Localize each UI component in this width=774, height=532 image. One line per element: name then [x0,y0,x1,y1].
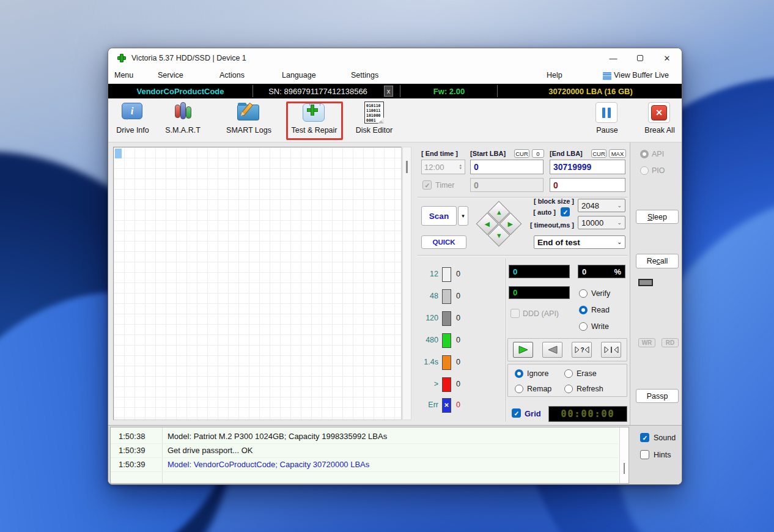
play-backward-button[interactable] [542,342,562,358]
break-all-button[interactable]: ✕ Break All [635,101,682,135]
defect-action-panel: Ignore Erase Remap Refresh [507,364,627,397]
app-icon [117,53,127,63]
view-buffer-icon [603,72,611,80]
seek-question-button[interactable]: ? [572,342,592,358]
log-row: 1:50:39 Model: VendorCoProductCode; Capa… [111,458,618,472]
passp-button[interactable]: Passp [636,389,679,403]
hints-checkbox[interactable] [640,450,649,459]
speed-block [442,333,451,348]
menu-item-settings[interactable]: Settings [351,71,378,79]
folder-pencil-icon [236,101,262,124]
scan-dropdown-button[interactable]: ▼ [458,206,468,226]
scan-button[interactable]: Scan [421,206,457,226]
seek-edge-icon [603,345,619,354]
write-label: Write [591,322,609,331]
chevron-down-icon: ⌄ [617,239,622,245]
start-lba-zero-button[interactable]: 0 [532,149,544,158]
window-title: Victoria 5.37 HDD/SSD | Device 1 [131,54,246,62]
speed-block [442,289,451,304]
log-scrollbar[interactable] [619,427,628,483]
timeout-combo[interactable]: 10000⌄ [578,216,625,229]
info-icon: i [122,103,142,119]
pause-icon [595,102,617,123]
log-box[interactable]: 1:50:38 Model: Patriot M.2 P300 1024GB; … [110,427,629,484]
disk-editor-button[interactable]: 010110 110011 101000 0001 Disk Editor [350,101,399,135]
close-button[interactable]: ✕ [654,48,680,68]
minimize-button[interactable]: — [600,48,627,68]
end-lba-max-button[interactable]: MAX [609,149,626,158]
thermometer-bars-icon [170,101,196,124]
ddd-api-checkbox[interactable] [510,309,520,318]
seek-edge-button[interactable] [601,342,621,358]
maximize-button[interactable] [627,48,654,68]
scanned-block [115,149,122,158]
toolbar: i Drive Info S.M.A.R.T SMART Logs [108,98,682,142]
end-lba-label: [End LBA] [550,150,583,157]
percent-display: 0% [578,265,625,278]
start-lba-input[interactable]: 0 [470,160,544,174]
auto-checkbox[interactable] [561,207,570,216]
menu-item-view-buffer-live[interactable]: View Buffer Live [614,71,669,79]
menu-bar: Menu Service Actions Language Settings H… [108,68,682,84]
elapsed-time-display: 00:00:00 [548,406,627,422]
menu-item-service[interactable]: Service [158,71,183,79]
remap-radio[interactable] [515,385,523,393]
device-serial: SN: 8969791177412138566 [254,84,382,98]
verify-radio[interactable] [579,289,588,298]
play-icon [517,345,529,354]
rd-button: RD [662,338,679,347]
quick-button[interactable]: QUICK [421,235,466,249]
recall-button[interactable]: Recall [636,254,679,268]
device-capacity: 30720000 LBA (16 GB) [498,84,682,98]
end-lba-secondary-input[interactable]: 0 [550,178,625,192]
ignore-label: Ignore [527,369,548,378]
menu-item-language[interactable]: Language [282,71,316,79]
sleep-button[interactable]: Sleep [636,210,679,224]
log-scrollbar-thumb[interactable] [624,463,625,474]
erase-label: Erase [577,369,597,378]
end-of-test-combo[interactable]: End of test⌄ [534,235,625,249]
binary-document-icon: 010110 110011 101000 0001 [364,102,384,124]
timer-checkbox[interactable] [422,180,432,190]
device-info-bar: VendorCoProductCode SN: 8969791177412138… [108,84,682,98]
device-firmware: Fw: 2.00 [401,84,497,98]
refresh-label: Refresh [577,385,603,393]
grid-checkbox[interactable] [512,408,521,418]
device-close-button[interactable]: x [384,86,393,97]
refresh-radio[interactable] [564,385,573,393]
end-lba-cur-button[interactable]: CUR [591,149,606,158]
error-block: ✕ [442,398,451,413]
activity-led [638,279,653,286]
write-radio[interactable] [579,322,588,331]
speed-counter-display: 0 [509,286,570,299]
grid-scrollbar[interactable] [402,147,411,420]
surface-scan-grid[interactable] [113,147,402,420]
menu-item-help[interactable]: Help [547,71,562,79]
api-radio[interactable] [640,150,649,158]
read-radio[interactable] [579,306,588,314]
seek-question-icon: ? [574,345,590,354]
menu-item-menu[interactable]: Menu [114,71,133,79]
play-forward-button[interactable] [513,342,533,358]
grid-scrollbar-thumb[interactable] [406,161,408,173]
ignore-radio[interactable] [515,369,523,378]
erase-radio[interactable] [564,369,573,378]
spinner-arrows-icon[interactable]: ▲▼ [459,164,462,170]
start-lba-cur-button[interactable]: CUR [514,149,529,158]
sound-label: Sound [654,434,676,442]
end-time-spinner[interactable]: 12:00 ▲▼ [421,160,465,174]
smart-button[interactable]: S.M.A.R.T [158,101,207,135]
end-lba-input[interactable]: 30719999 [550,160,625,174]
pause-button[interactable]: Pause [583,101,632,135]
lba-counter-display: 0 [509,265,570,278]
pio-radio[interactable] [640,166,649,175]
smart-logs-button[interactable]: SMART Logs [224,101,273,135]
speed-block [442,311,451,326]
block-size-combo[interactable]: 2048⌄ [578,199,625,212]
maximize-icon [637,55,643,61]
drive-info-button[interactable]: i Drive Info [108,101,157,135]
sound-checkbox[interactable] [640,433,649,442]
speed-block [442,267,451,282]
menu-item-actions[interactable]: Actions [219,71,245,79]
hints-label: Hints [654,451,671,459]
